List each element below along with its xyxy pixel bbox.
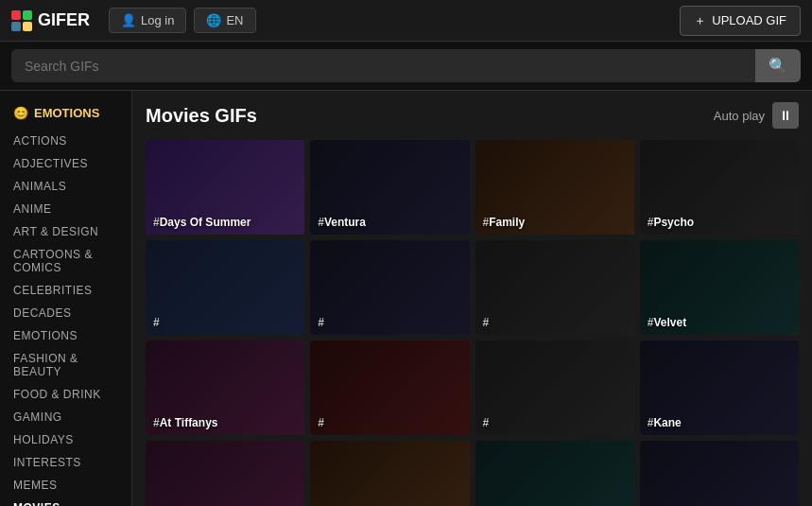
- gif-label: #Velvet: [640, 310, 694, 335]
- gif-tile[interactable]: #: [475, 441, 634, 506]
- logo-text: GIFER: [38, 10, 90, 30]
- sidebar-item-art---design[interactable]: ART & DESIGN: [0, 220, 131, 243]
- gif-tile[interactable]: #Kane: [640, 340, 799, 435]
- gif-label: #Family: [475, 210, 533, 235]
- sidebar-item-memes[interactable]: MEMES: [0, 474, 131, 497]
- gif-grid: #Days Of Summer#Ventura#Family#Psycho###…: [146, 140, 799, 506]
- gif-label: #: [475, 310, 497, 335]
- gif-tile[interactable]: #Darko: [640, 441, 799, 506]
- lang-label: EN: [226, 13, 243, 27]
- page-title: Movies GIFs: [146, 105, 257, 127]
- sidebar: 😊 EMOTIONS ACTIONSADJECTIVESANIMALSANIME…: [0, 91, 132, 506]
- gif-tile[interactable]: #: [475, 340, 634, 435]
- gif-tile[interactable]: #: [475, 240, 634, 335]
- search-input[interactable]: [11, 51, 755, 81]
- gif-tile[interactable]: #Ventura: [310, 140, 469, 235]
- header-buttons: 👤 Log in 🌐 EN: [109, 8, 255, 33]
- sidebar-item-gaming[interactable]: GAMING: [0, 406, 131, 428]
- emotion-label: EMOTIONS: [34, 106, 99, 120]
- autoplay-pause-button[interactable]: ⏸: [772, 102, 799, 129]
- header: GIFER 👤 Log in 🌐 EN ＋ UPLOAD GIF: [0, 0, 812, 42]
- sidebar-item-emotions[interactable]: EMOTIONS: [0, 324, 131, 347]
- gif-tile[interactable]: #: [146, 240, 304, 335]
- logo[interactable]: GIFER: [11, 10, 90, 31]
- sidebar-emotion[interactable]: 😊 EMOTIONS: [0, 100, 131, 126]
- emotion-icon: 😊: [13, 106, 28, 120]
- gif-label: #Kane: [640, 410, 689, 435]
- gif-label: #: [146, 310, 167, 335]
- sidebar-item-cartoons---comics[interactable]: CARTOONS & COMICS: [0, 243, 131, 279]
- language-button[interactable]: 🌐 EN: [194, 8, 255, 33]
- login-label: Log in: [141, 13, 174, 27]
- login-icon: 👤: [121, 13, 136, 27]
- sidebar-item-decades[interactable]: DECADES: [0, 302, 131, 324]
- gif-tile[interactable]: #At Tiffanys: [146, 340, 304, 435]
- search-icon: 🔍: [769, 58, 787, 74]
- gif-tile[interactable]: #: [146, 441, 304, 506]
- sidebar-item-movies[interactable]: MOVIES: [0, 497, 131, 506]
- search-bar: 🔍: [0, 42, 812, 91]
- upload-label: UPLOAD GIF: [712, 13, 786, 27]
- login-button[interactable]: 👤 Log in: [109, 8, 186, 33]
- search-input-wrap: 🔍: [11, 49, 801, 82]
- logo-icon: [11, 10, 32, 31]
- autoplay-control: Auto play ⏸: [714, 102, 799, 129]
- gif-label: #: [310, 410, 332, 435]
- gif-tile[interactable]: #Family: [475, 140, 634, 235]
- sidebar-item-interests[interactable]: INTERESTS: [0, 451, 131, 474]
- gif-label: #Psycho: [640, 210, 701, 235]
- gif-label: #: [475, 410, 497, 435]
- autoplay-label: Auto play: [714, 109, 765, 123]
- gif-tile[interactable]: #Days Of Summer: [146, 140, 304, 235]
- sidebar-item-food---drink[interactable]: FOOD & DRINK: [0, 383, 131, 406]
- content-header: Movies GIFs Auto play ⏸: [146, 102, 799, 129]
- sidebar-item-adjectives[interactable]: ADJECTIVES: [0, 152, 131, 175]
- gif-label: #: [310, 310, 332, 335]
- gif-label: #Days Of Summer: [146, 210, 258, 235]
- content-area: Movies GIFs Auto play ⏸ #Days Of Summer#…: [132, 91, 812, 506]
- gif-label: #At Tiffanys: [146, 410, 225, 435]
- globe-icon: 🌐: [206, 13, 221, 27]
- search-button[interactable]: 🔍: [755, 49, 801, 82]
- sidebar-item-celebrities[interactable]: CELEBRITIES: [0, 279, 131, 302]
- sidebar-item-actions[interactable]: ACTIONS: [0, 130, 131, 152]
- gif-tile[interactable]: #Baby: [310, 441, 469, 506]
- sidebar-item-animals[interactable]: ANIMALS: [0, 175, 131, 198]
- upload-gif-button[interactable]: ＋ UPLOAD GIF: [680, 6, 801, 36]
- gif-tile[interactable]: #: [310, 240, 469, 335]
- sidebar-item-holidays[interactable]: HOLIDAYS: [0, 428, 131, 451]
- main-layout: 😊 EMOTIONS ACTIONSADJECTIVESANIMALSANIME…: [0, 91, 812, 506]
- sidebar-item-fashion---beauty[interactable]: FASHION & BEAUTY: [0, 347, 131, 383]
- gif-label: #Ventura: [310, 210, 373, 235]
- sidebar-item-anime[interactable]: ANIME: [0, 198, 131, 220]
- gif-tile[interactable]: #Psycho: [640, 140, 799, 235]
- plus-icon: ＋: [694, 12, 706, 29]
- gif-tile[interactable]: #: [310, 340, 469, 435]
- gif-tile[interactable]: #Velvet: [640, 240, 799, 335]
